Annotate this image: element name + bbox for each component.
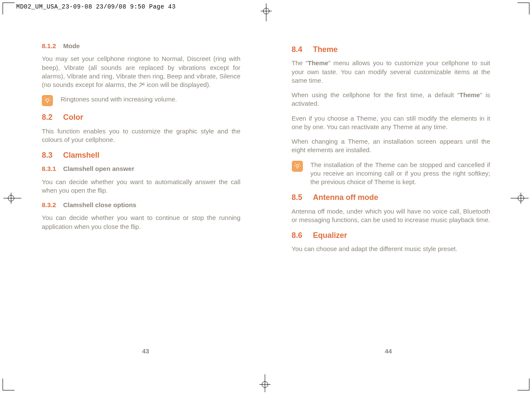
crop-mark (517, 3, 529, 3)
tip-text: The installation of the Theme can be sto… (311, 161, 491, 187)
registration-mark-icon (261, 3, 272, 21)
body-8-4-p3: Even if you choose a Theme, you can stil… (292, 114, 491, 132)
heading-8-3: 8.3Clamshell (42, 150, 241, 160)
crop-mark (3, 379, 3, 390)
svg-line-24 (299, 163, 300, 164)
tip-ringtones: Ringtones sound with increasing volume. (42, 95, 241, 106)
body-8-4-p2: When using the cellphone for the first t… (292, 91, 491, 108)
crop-mark (3, 390, 15, 390)
body-8-6: You can choose and adapt the different m… (292, 245, 491, 253)
heading-8-1-2: 8.1.2Mode (42, 42, 241, 50)
svg-line-18 (49, 98, 50, 98)
svg-point-19 (296, 164, 298, 167)
heading-8-2: 8.2Color (42, 112, 241, 122)
print-job-header: MD02_UM_USA_23-09-08 23/09/08 9:50 Page … (16, 3, 176, 10)
lightbulb-icon (292, 161, 303, 172)
crop-mark (3, 3, 15, 3)
page-right: 8.4Theme The “Theme” menu allows you to … (266, 34, 532, 260)
heading-8-4: 8.4Theme (292, 44, 491, 55)
body-8-1-2: You may set your cellphone ringtone to N… (42, 55, 241, 89)
crop-mark (517, 390, 529, 390)
page-number-right: 44 (385, 347, 392, 355)
svg-line-17 (45, 98, 46, 98)
crop-mark (529, 3, 529, 14)
heading-8-3-2: 8.3.2Clamshell close options (42, 201, 241, 209)
body-8-4-p1: The “Theme” menu allows you to customize… (292, 59, 491, 85)
silence-icon (139, 81, 145, 87)
heading-8-3-1: 8.3.1Clamshell open answer (42, 165, 241, 173)
lightbulb-icon (42, 95, 53, 106)
heading-8-6: 8.6Equalizer (292, 230, 491, 240)
svg-line-23 (295, 163, 296, 164)
crop-mark (529, 379, 529, 390)
registration-mark-icon (259, 374, 270, 392)
body-8-3-2: You can decide whether you want to conti… (42, 214, 241, 231)
tip-theme: The installation of the Theme can be sto… (292, 161, 491, 187)
page-number-left: 43 (142, 347, 149, 355)
body-8-3-1: You can decide whether you want to autom… (42, 178, 241, 195)
crop-mark (3, 3, 3, 14)
body-8-4-p4: When changing a Theme, an installation s… (292, 137, 491, 155)
page-left: 8.1.2Mode You may set your cellphone rin… (0, 34, 266, 260)
page-spread: 8.1.2Mode You may set your cellphone rin… (0, 34, 532, 260)
heading-8-5: 8.5Antenna off mode (292, 192, 491, 202)
body-8-5: Antenna off mode, under which you will h… (292, 207, 491, 225)
svg-point-13 (46, 99, 49, 101)
body-8-2: This function enables you to customize t… (42, 127, 241, 144)
tip-text: Ringtones sound with increasing volume. (61, 95, 241, 104)
